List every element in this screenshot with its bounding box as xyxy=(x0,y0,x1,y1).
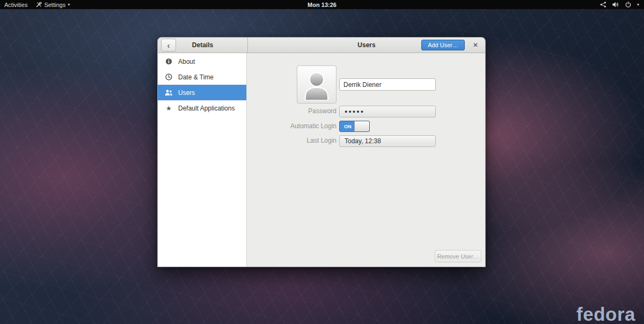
sidebar-item-label: Default Applications xyxy=(178,105,235,112)
back-button[interactable]: ‹ xyxy=(161,39,176,51)
password-dots: ●●●●● xyxy=(345,109,364,114)
info-icon xyxy=(165,58,173,65)
system-status-area[interactable]: ▾ xyxy=(600,0,644,9)
window-titlebar: ‹ Details Users Add User… ✕ xyxy=(157,37,486,53)
star-icon: ★ xyxy=(165,105,173,112)
gnome-settings-window: ‹ Details Users Add User… ✕ xyxy=(157,37,486,267)
avatar-icon xyxy=(301,69,332,100)
user-avatar-button[interactable] xyxy=(297,65,336,104)
settings-label: Settings xyxy=(44,2,65,8)
clock[interactable]: Mon 13:26 xyxy=(308,2,336,8)
sidebar-item-default-applications[interactable]: ★ Default Applications xyxy=(158,100,246,116)
remove-user-button[interactable]: Remove User… xyxy=(435,250,481,262)
activities-button[interactable]: Activities xyxy=(0,0,32,9)
top-bar: Activities Settings ▾ Mon 13:26 xyxy=(0,0,644,9)
settings-tools-icon xyxy=(36,2,42,8)
back-icon: ‹ xyxy=(167,41,170,49)
clock-icon xyxy=(165,73,173,80)
share-status-icon xyxy=(600,2,606,8)
last-login-button[interactable]: Today, 12:38 xyxy=(339,135,436,147)
password-label: Password xyxy=(247,107,336,115)
toggle-knob xyxy=(354,121,369,131)
sidebar-item-users[interactable]: Users xyxy=(158,85,246,100)
sidebar-item-date-time[interactable]: Date & Time xyxy=(158,69,246,85)
users-icon xyxy=(165,90,173,96)
sidebar-item-about[interactable]: About xyxy=(158,54,246,69)
automatic-login-label: Automatic Login xyxy=(247,122,336,130)
titlebar-details-section: ‹ Details xyxy=(157,37,248,53)
sidebar-item-label: About xyxy=(178,58,195,65)
settings-caret-icon: ▾ xyxy=(68,2,70,7)
sidebar-item-label: Users xyxy=(178,89,195,97)
last-login-value: Today, 12:38 xyxy=(345,137,381,145)
fullname-input[interactable]: Derrik Diener xyxy=(339,78,436,91)
fullname-value: Derrik Diener xyxy=(343,81,382,89)
users-panel: Derrik Diener Password ●●●●● Automatic L… xyxy=(247,53,486,267)
titlebar-users-section[interactable]: Users Add User… ✕ xyxy=(248,37,486,53)
status-menu-caret-icon: ▾ xyxy=(637,2,639,7)
last-login-label: Last Login xyxy=(247,137,336,144)
close-icon: ✕ xyxy=(473,41,478,49)
volume-icon xyxy=(612,2,619,8)
toggle-on-label: ON xyxy=(340,121,356,131)
add-user-button[interactable]: Add User… xyxy=(421,40,465,50)
details-sidebar: About Date & Time xyxy=(157,53,247,267)
close-button[interactable]: ✕ xyxy=(471,40,480,50)
settings-appmenu-button[interactable]: Settings ▾ xyxy=(32,0,74,9)
password-button[interactable]: ●●●●● xyxy=(339,106,436,117)
fedora-logo: fedora xyxy=(576,304,635,324)
activities-label: Activities xyxy=(4,2,27,8)
automatic-login-toggle[interactable]: ON xyxy=(339,121,370,132)
power-icon xyxy=(625,2,631,8)
sidebar-item-label: Date & Time xyxy=(178,73,214,81)
